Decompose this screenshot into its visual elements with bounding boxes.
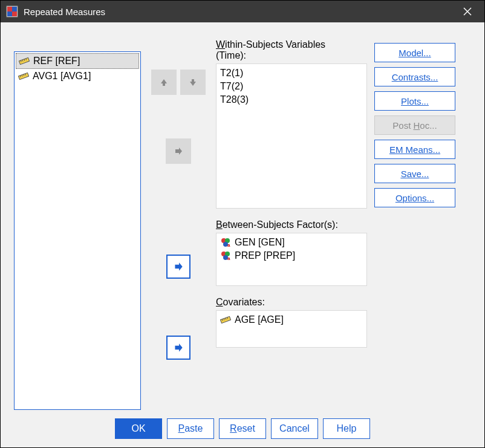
move-to-between-button[interactable] — [166, 255, 190, 279]
list-item[interactable]: T2(1) — [220, 67, 363, 80]
targets-column: Within-Subjects Variables (Time): T2(1) … — [216, 39, 367, 410]
scale-icon — [220, 314, 231, 325]
transfer-buttons-column — [148, 39, 209, 410]
close-icon — [463, 7, 472, 16]
between-subjects-list[interactable]: a GEN [GEN] a PREP [PREP] — [216, 233, 367, 286]
arrow-right-icon — [173, 146, 184, 157]
list-item[interactable]: T28(3) — [220, 93, 363, 106]
repeated-measures-dialog: Repeated Measures REF [REF] — [0, 0, 485, 448]
within-subjects-group: Within-Subjects Variables (Time): T2(1) … — [216, 39, 367, 209]
svg-rect-2 — [12, 11, 17, 16]
list-item-label: AGE [AGE] — [235, 314, 284, 325]
nominal-icon: a — [220, 250, 231, 261]
source-item-label: REF [REF] — [33, 56, 80, 67]
svg-rect-12 — [18, 73, 28, 79]
move-up-button[interactable] — [151, 70, 177, 95]
between-subjects-group: Between-Subjects Factor(s): a GEN [GEN] … — [216, 219, 367, 286]
nominal-icon: a — [220, 237, 231, 248]
source-item-label: AVG1 [AVG1] — [33, 71, 91, 82]
svg-rect-1 — [7, 7, 12, 11]
paste-button[interactable]: Paste — [167, 418, 214, 439]
titlebar: Repeated Measures — [1, 1, 484, 22]
em-means-button[interactable]: EM Means... — [374, 140, 455, 159]
svg-text:a: a — [227, 242, 230, 248]
list-item[interactable]: a GEN [GEN] — [220, 236, 363, 249]
covariates-label: Covariates: — [216, 297, 367, 308]
source-variable-list[interactable]: REF [REF] AVG1 [AVG1] — [14, 51, 141, 410]
within-subjects-label: Within-Subjects Variables (Time): — [216, 39, 367, 61]
between-subjects-label: Between-Subjects Factor(s): — [216, 219, 367, 230]
source-item[interactable]: AVG1 [AVG1] — [16, 69, 139, 83]
ok-button[interactable]: OK — [115, 418, 162, 439]
window-title: Repeated Measures — [24, 7, 455, 17]
save-button[interactable]: Save... — [374, 164, 455, 183]
svg-rect-25 — [220, 316, 230, 323]
svg-rect-3 — [7, 11, 12, 16]
arrow-up-icon — [158, 77, 169, 88]
list-item[interactable]: a PREP [PREP] — [220, 249, 363, 262]
reset-button[interactable]: Reset — [219, 418, 266, 439]
svg-text:a: a — [227, 256, 230, 261]
main-row: REF [REF] AVG1 [AVG1] — [14, 39, 471, 410]
source-item[interactable]: REF [REF] — [16, 53, 139, 69]
dialog-content: REF [REF] AVG1 [AVG1] — [1, 22, 484, 447]
close-button[interactable] — [455, 1, 480, 22]
list-item-label: GEN [GEN] — [235, 237, 285, 248]
list-item[interactable]: AGE [AGE] — [220, 313, 363, 326]
cancel-button[interactable]: Cancel — [271, 418, 318, 439]
posthoc-button: Post Hoc... — [374, 115, 455, 135]
scale-icon — [19, 56, 30, 67]
svg-rect-7 — [19, 57, 29, 64]
side-buttons: Model... Contrasts... Plots... Post Hoc.… — [374, 39, 455, 410]
plots-button[interactable]: Plots... — [374, 91, 455, 111]
scale-icon — [18, 71, 29, 82]
options-button[interactable]: Options... — [374, 188, 455, 207]
covariates-list[interactable]: AGE [AGE] — [216, 310, 367, 348]
svg-rect-4 — [12, 7, 17, 11]
within-subjects-list[interactable]: T2(1) T7(2) T28(3) — [216, 63, 367, 209]
app-icon — [5, 5, 19, 18]
list-item[interactable]: T7(2) — [220, 80, 363, 93]
list-item-label: PREP [PREP] — [235, 250, 295, 261]
move-to-within-button[interactable] — [166, 138, 191, 164]
arrow-right-icon — [172, 261, 184, 273]
bottom-button-bar: OK Paste Reset Cancel Help — [14, 410, 471, 439]
move-to-covariates-button[interactable] — [166, 336, 190, 360]
covariates-group: Covariates: AGE [AGE] — [216, 297, 367, 348]
help-button[interactable]: Help — [323, 418, 370, 439]
model-button[interactable]: Model... — [374, 43, 455, 62]
move-down-button[interactable] — [180, 70, 206, 95]
arrow-down-icon — [187, 77, 198, 88]
arrow-right-icon — [172, 342, 184, 354]
contrasts-button[interactable]: Contrasts... — [374, 67, 455, 86]
